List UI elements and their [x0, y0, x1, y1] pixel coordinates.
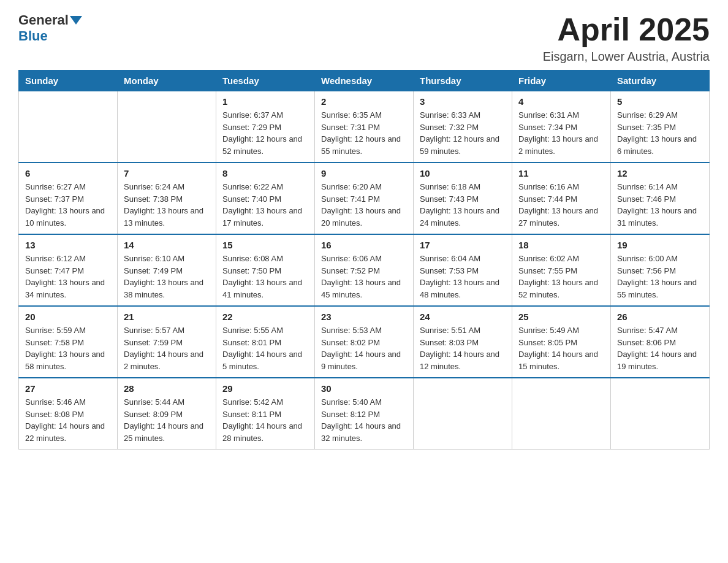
day-number: 24: [420, 312, 506, 322]
calendar-day-cell: 14Sunrise: 6:10 AM Sunset: 7:49 PM Dayli…: [118, 234, 216, 306]
calendar-day-cell: 30Sunrise: 5:40 AM Sunset: 8:12 PM Dayli…: [315, 378, 414, 450]
day-info: Sunrise: 6:04 AM Sunset: 7:53 PM Dayligh…: [420, 253, 506, 301]
calendar-day-cell: [512, 378, 611, 450]
calendar-day-header: Friday: [512, 71, 611, 91]
calendar-day-cell: 25Sunrise: 5:49 AM Sunset: 8:05 PM Dayli…: [512, 306, 611, 378]
calendar-day-cell: [611, 378, 710, 450]
calendar-day-cell: 13Sunrise: 6:12 AM Sunset: 7:47 PM Dayli…: [19, 234, 118, 306]
day-info: Sunrise: 5:47 AM Sunset: 8:06 PM Dayligh…: [617, 324, 703, 372]
logo: General Blue: [18, 12, 83, 44]
calendar-day-header: Monday: [118, 71, 216, 91]
calendar-day-cell: [19, 91, 118, 163]
day-info: Sunrise: 5:53 AM Sunset: 8:02 PM Dayligh…: [321, 324, 407, 372]
day-number: 2: [321, 96, 407, 107]
day-info: Sunrise: 6:20 AM Sunset: 7:41 PM Dayligh…: [321, 181, 407, 229]
calendar-week-row: 13Sunrise: 6:12 AM Sunset: 7:47 PM Dayli…: [19, 234, 710, 306]
calendar-day-header: Sunday: [19, 71, 118, 91]
calendar-day-cell: 7Sunrise: 6:24 AM Sunset: 7:38 PM Daylig…: [118, 163, 216, 234]
day-info: Sunrise: 6:29 AM Sunset: 7:35 PM Dayligh…: [617, 109, 703, 157]
calendar-day-cell: 20Sunrise: 5:59 AM Sunset: 7:58 PM Dayli…: [19, 306, 118, 378]
day-number: 6: [25, 168, 111, 178]
day-number: 29: [222, 383, 308, 394]
day-number: 19: [617, 240, 703, 250]
day-number: 5: [617, 96, 703, 107]
calendar-day-header: Wednesday: [315, 71, 414, 91]
day-number: 8: [222, 168, 308, 178]
calendar-day-header: Saturday: [611, 71, 710, 91]
day-info: Sunrise: 5:44 AM Sunset: 8:09 PM Dayligh…: [124, 396, 210, 444]
day-info: Sunrise: 6:14 AM Sunset: 7:46 PM Dayligh…: [617, 181, 703, 229]
day-number: 7: [124, 168, 210, 178]
day-info: Sunrise: 5:59 AM Sunset: 7:58 PM Dayligh…: [25, 324, 111, 372]
month-title: April 2025: [543, 12, 710, 47]
calendar-day-cell: 11Sunrise: 6:16 AM Sunset: 7:44 PM Dayli…: [512, 163, 611, 234]
calendar-day-cell: 2Sunrise: 6:35 AM Sunset: 7:31 PM Daylig…: [315, 91, 414, 163]
calendar-day-cell: [414, 378, 512, 450]
day-number: 26: [617, 312, 703, 322]
logo-blue-text: Blue: [18, 28, 48, 44]
day-info: Sunrise: 6:10 AM Sunset: 7:49 PM Dayligh…: [124, 253, 210, 301]
day-info: Sunrise: 6:31 AM Sunset: 7:34 PM Dayligh…: [518, 109, 604, 157]
day-info: Sunrise: 6:02 AM Sunset: 7:55 PM Dayligh…: [518, 253, 604, 301]
location-subtitle: Eisgarn, Lower Austria, Austria: [543, 50, 710, 64]
calendar-day-cell: 9Sunrise: 6:20 AM Sunset: 7:41 PM Daylig…: [315, 163, 414, 234]
day-number: 9: [321, 168, 407, 178]
calendar-day-cell: [118, 91, 216, 163]
day-info: Sunrise: 6:06 AM Sunset: 7:52 PM Dayligh…: [321, 253, 407, 301]
day-info: Sunrise: 5:51 AM Sunset: 8:03 PM Dayligh…: [420, 324, 506, 372]
calendar-day-cell: 4Sunrise: 6:31 AM Sunset: 7:34 PM Daylig…: [512, 91, 611, 163]
day-info: Sunrise: 5:57 AM Sunset: 7:59 PM Dayligh…: [124, 324, 210, 372]
calendar-day-cell: 24Sunrise: 5:51 AM Sunset: 8:03 PM Dayli…: [414, 306, 512, 378]
logo-general-text: General: [18, 12, 69, 28]
page-header: General Blue April 2025 Eisgarn, Lower A…: [18, 12, 710, 64]
day-number: 14: [124, 240, 210, 250]
day-number: 22: [222, 312, 308, 322]
calendar-week-row: 6Sunrise: 6:27 AM Sunset: 7:37 PM Daylig…: [19, 163, 710, 234]
calendar-week-row: 20Sunrise: 5:59 AM Sunset: 7:58 PM Dayli…: [19, 306, 710, 378]
calendar-day-cell: 21Sunrise: 5:57 AM Sunset: 7:59 PM Dayli…: [118, 306, 216, 378]
day-number: 20: [25, 312, 111, 322]
calendar-body: 1Sunrise: 6:37 AM Sunset: 7:29 PM Daylig…: [19, 91, 710, 450]
day-info: Sunrise: 5:40 AM Sunset: 8:12 PM Dayligh…: [321, 396, 407, 444]
day-number: 3: [420, 96, 506, 107]
calendar-day-cell: 28Sunrise: 5:44 AM Sunset: 8:09 PM Dayli…: [118, 378, 216, 450]
day-number: 21: [124, 312, 210, 322]
day-number: 23: [321, 312, 407, 322]
day-info: Sunrise: 5:55 AM Sunset: 8:01 PM Dayligh…: [222, 324, 308, 372]
calendar-header: SundayMondayTuesdayWednesdayThursdayFrid…: [19, 71, 710, 91]
day-number: 11: [518, 168, 604, 178]
day-info: Sunrise: 6:22 AM Sunset: 7:40 PM Dayligh…: [222, 181, 308, 229]
day-info: Sunrise: 5:42 AM Sunset: 8:11 PM Dayligh…: [222, 396, 308, 444]
day-number: 27: [25, 383, 111, 394]
calendar-day-cell: 27Sunrise: 5:46 AM Sunset: 8:08 PM Dayli…: [19, 378, 118, 450]
day-number: 25: [518, 312, 604, 322]
day-info: Sunrise: 6:00 AM Sunset: 7:56 PM Dayligh…: [617, 253, 703, 301]
calendar-day-cell: 17Sunrise: 6:04 AM Sunset: 7:53 PM Dayli…: [414, 234, 512, 306]
calendar-day-cell: 8Sunrise: 6:22 AM Sunset: 7:40 PM Daylig…: [216, 163, 315, 234]
calendar-day-cell: 22Sunrise: 5:55 AM Sunset: 8:01 PM Dayli…: [216, 306, 315, 378]
day-number: 13: [25, 240, 111, 250]
day-info: Sunrise: 5:49 AM Sunset: 8:05 PM Dayligh…: [518, 324, 604, 372]
calendar-header-row: SundayMondayTuesdayWednesdayThursdayFrid…: [19, 71, 710, 91]
calendar-day-cell: 18Sunrise: 6:02 AM Sunset: 7:55 PM Dayli…: [512, 234, 611, 306]
day-info: Sunrise: 6:33 AM Sunset: 7:32 PM Dayligh…: [420, 109, 506, 157]
logo-arrow-icon: [70, 16, 82, 25]
calendar-day-cell: 26Sunrise: 5:47 AM Sunset: 8:06 PM Dayli…: [611, 306, 710, 378]
calendar-week-row: 27Sunrise: 5:46 AM Sunset: 8:08 PM Dayli…: [19, 378, 710, 450]
day-number: 10: [420, 168, 506, 178]
calendar-day-cell: 23Sunrise: 5:53 AM Sunset: 8:02 PM Dayli…: [315, 306, 414, 378]
calendar-day-cell: 29Sunrise: 5:42 AM Sunset: 8:11 PM Dayli…: [216, 378, 315, 450]
day-info: Sunrise: 6:37 AM Sunset: 7:29 PM Dayligh…: [222, 109, 308, 157]
calendar-table: SundayMondayTuesdayWednesdayThursdayFrid…: [18, 70, 710, 450]
day-info: Sunrise: 6:27 AM Sunset: 7:37 PM Dayligh…: [25, 181, 111, 229]
day-number: 16: [321, 240, 407, 250]
day-info: Sunrise: 6:16 AM Sunset: 7:44 PM Dayligh…: [518, 181, 604, 229]
day-info: Sunrise: 6:08 AM Sunset: 7:50 PM Dayligh…: [222, 253, 308, 301]
calendar-day-cell: 19Sunrise: 6:00 AM Sunset: 7:56 PM Dayli…: [611, 234, 710, 306]
day-info: Sunrise: 6:24 AM Sunset: 7:38 PM Dayligh…: [124, 181, 210, 229]
calendar-day-cell: 15Sunrise: 6:08 AM Sunset: 7:50 PM Dayli…: [216, 234, 315, 306]
title-section: April 2025 Eisgarn, Lower Austria, Austr…: [543, 12, 710, 64]
day-number: 15: [222, 240, 308, 250]
day-info: Sunrise: 6:18 AM Sunset: 7:43 PM Dayligh…: [420, 181, 506, 229]
day-number: 18: [518, 240, 604, 250]
